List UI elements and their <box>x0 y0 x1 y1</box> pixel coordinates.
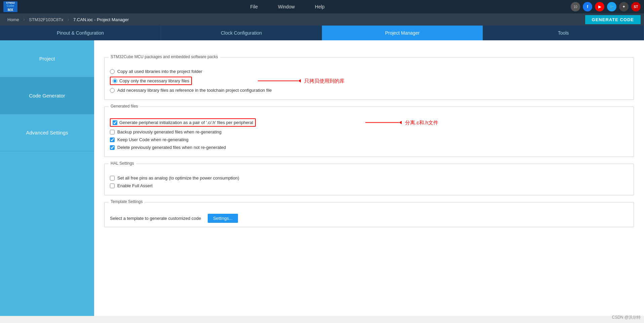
hal-option1-row: Set all free pins as analog (to optimize… <box>110 175 628 180</box>
gen-option1-row[interactable]: Generate peripheral initialization as a … <box>110 118 628 127</box>
tab-pinout[interactable]: Pinout & Configuration <box>0 26 161 40</box>
tab-bar: Pinout & Configuration Clock Configurati… <box>0 26 644 40</box>
gen-option3-row: Keep User Code when re-generating <box>110 137 628 142</box>
hal-section-title: HAL Settings <box>109 161 136 166</box>
generate-code-button[interactable]: GENERATE CODE <box>585 15 641 24</box>
nav-window[interactable]: Window <box>278 4 295 9</box>
hal-option1-label: Set all free pins as analog (to optimize… <box>117 175 239 180</box>
sidebar: Project Code Generator Advanced Settings <box>0 40 94 316</box>
gen-option4-row: Delete previously generated files when n… <box>110 145 628 150</box>
template-row: Select a template to generate customized… <box>110 214 628 223</box>
lib-option3-label: Add necessary library files as reference… <box>117 88 272 93</box>
breadcrumb: Home › STM32F103C8Tx › 7.CAN.ioc - Proje… <box>0 13 644 26</box>
annotation1-text: 只拷贝使用到的库 <box>304 78 345 84</box>
stm32cube-section: STM32Cube MCU packages and embedded soft… <box>104 57 634 100</box>
gen-option1-label: Generate peripheral initialization as a … <box>119 120 253 125</box>
gen-option2-checkbox[interactable] <box>110 130 115 134</box>
annotation2-container: 分离.c和.h文件 <box>365 119 438 126</box>
top-right-icons: 10 f ▶ 🐦 ✦ ST <box>571 2 641 11</box>
st-logo: ST <box>631 2 641 11</box>
annotation2-text: 分离.c和.h文件 <box>405 119 438 126</box>
sidebar-item-project[interactable]: Project <box>0 40 94 77</box>
nav-file[interactable]: File <box>250 4 258 9</box>
lib-option2-radio[interactable] <box>113 79 117 83</box>
network-icon[interactable]: ✦ <box>619 2 629 11</box>
breadcrumb-project[interactable]: 7.CAN.ioc - Project Manager <box>69 17 133 22</box>
annotation1-container: 只拷贝使用到的库 <box>258 78 345 84</box>
template-settings-section: Template Settings Select a template to g… <box>104 202 634 227</box>
gen-option4-label: Delete previously generated files when n… <box>117 145 226 150</box>
hal-option1-checkbox[interactable] <box>110 176 115 180</box>
lib-option3-row: Add necessary library files as reference… <box>110 88 628 93</box>
generated-files-title: Generated files <box>109 104 140 109</box>
lib-option1-radio[interactable] <box>110 69 115 74</box>
hal-option2-row: Enable Full Assert <box>110 183 628 188</box>
content-area: STM32Cube MCU packages and embedded soft… <box>94 40 644 316</box>
hal-option2-checkbox[interactable] <box>110 184 115 188</box>
content-wrapper: STM32Cube MCU packages and embedded soft… <box>104 57 634 227</box>
tab-clock[interactable]: Clock Configuration <box>161 26 322 40</box>
gen-option4-checkbox[interactable] <box>110 145 115 150</box>
youtube-icon[interactable]: ▶ <box>595 2 604 11</box>
gen-option2-label: Backup previously generated files when r… <box>117 129 222 134</box>
gen-option3-label: Keep User Code when re-generating <box>117 137 189 142</box>
gen-option3-checkbox[interactable] <box>110 137 115 142</box>
annotation1-line <box>258 81 298 81</box>
facebook-icon[interactable]: f <box>583 2 592 11</box>
lib-option1-row: Copy all used libraries into the project… <box>110 69 628 74</box>
tab-tools[interactable]: Tools <box>483 26 644 40</box>
top-bar: STM32 Cube MX File Window Help 10 f ▶ 🐦 … <box>0 0 644 13</box>
generated-files-section: Generated files Generate peripheral init… <box>104 107 634 157</box>
sidebar-item-advanced-settings[interactable]: Advanced Settings <box>0 114 94 151</box>
stm32cube-section-title: STM32Cube MCU packages and embedded soft… <box>109 54 220 59</box>
settings-button[interactable]: Settings... <box>208 214 238 223</box>
hal-option2-label: Enable Full Assert <box>117 183 153 188</box>
lib-option2-label: Copy only the necessary library files <box>119 78 189 83</box>
breadcrumb-device[interactable]: STM32F103C8Tx <box>25 17 68 22</box>
sidebar-item-code-generator[interactable]: Code Generator <box>0 77 94 114</box>
lib-option1-label: Copy all used libraries into the project… <box>117 69 202 74</box>
nav-links: File Window Help <box>4 4 571 9</box>
version-icon: 10 <box>571 2 580 11</box>
tab-project-manager[interactable]: Project Manager <box>322 26 483 40</box>
lib-option2-selected: Copy only the necessary library files <box>110 77 192 85</box>
annotation2-line <box>365 122 399 123</box>
gen-option1-highlighted: Generate peripheral initialization as a … <box>110 118 256 127</box>
gen-option2-row: Backup previously generated files when r… <box>110 129 628 134</box>
template-label: Select a template to generate customized… <box>110 216 201 221</box>
watermark: CSDN @沃尔特 <box>612 315 641 320</box>
lib-option2-row[interactable]: Copy only the necessary library files 只拷… <box>110 77 628 85</box>
twitter-icon[interactable]: 🐦 <box>607 2 616 11</box>
template-section-title: Template Settings <box>109 199 145 204</box>
breadcrumb-home[interactable]: Home <box>3 17 23 22</box>
annotation1-arrowhead <box>298 79 301 83</box>
gen-option1-checkbox[interactable] <box>113 120 117 125</box>
annotation2-arrowhead <box>399 121 402 124</box>
main-layout: Project Code Generator Advanced Settings… <box>0 40 644 316</box>
hal-settings-section: HAL Settings Set all free pins as analog… <box>104 164 634 195</box>
lib-option3-radio[interactable] <box>110 88 115 93</box>
nav-help[interactable]: Help <box>315 4 325 9</box>
